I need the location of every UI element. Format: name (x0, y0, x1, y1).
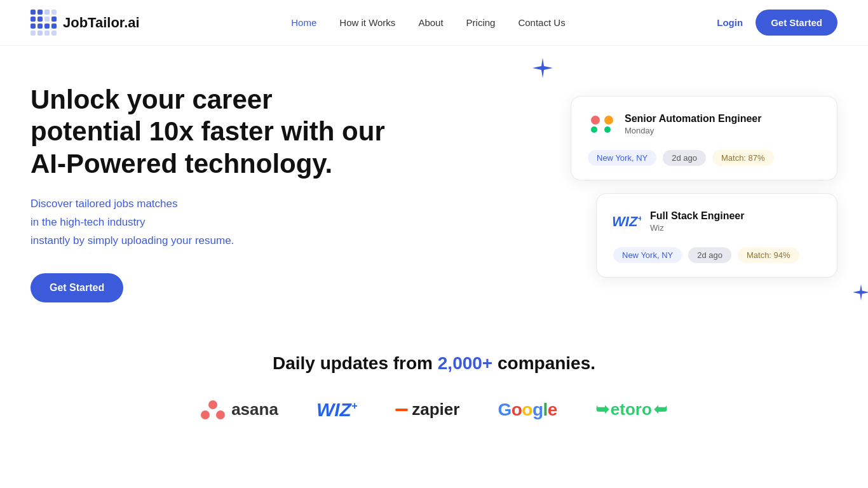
hero-subtitle: Discover tailored jobs matches in the hi… (31, 195, 386, 250)
subtitle-line2: in the high-tech industry (31, 216, 146, 228)
google-logo: Google (498, 400, 557, 420)
nav-pricing[interactable]: Pricing (466, 17, 496, 28)
hero-cta-button[interactable]: Get Started (31, 273, 123, 302)
wiz-brand-logo: WIZ+ (316, 399, 357, 421)
nav-how-it-works[interactable]: How it Works (339, 17, 395, 28)
company-logos-row: asana WIZ+ zapier Google ➥ etoro ➥ (31, 399, 837, 421)
monday-logo (588, 111, 616, 139)
nav-home[interactable]: Home (291, 17, 316, 28)
job-card-1-company: Monday (625, 126, 761, 135)
subtitle-line3: instantly by simply uploading your resum… (31, 234, 234, 247)
job-card-2-header: WIZ+ Full Stack Engineer Wiz (613, 208, 820, 236)
companies-section: Daily updates from 2,000+ companies. asa… (0, 328, 868, 452)
google-o1: o (512, 400, 522, 419)
star-decoration-1 (532, 58, 553, 81)
companies-title-prefix: Daily updates from (273, 353, 438, 373)
nav-actions: Login Get Started (717, 10, 837, 36)
zapier-line-icon (395, 409, 408, 411)
wiz-plus-icon: + (351, 400, 357, 412)
job-card-2-title: Full Stack Engineer (650, 210, 744, 222)
job-card-2-company: Wiz (650, 223, 744, 233)
star-decoration-2 (853, 284, 868, 303)
job-card-2-tags: New York, NY 2d ago Match: 94% (613, 247, 820, 263)
zapier-text: zapier (412, 400, 459, 419)
wiz-brand-text: WIZ (316, 399, 351, 421)
google-g: G (498, 400, 511, 419)
google-o2: o (522, 400, 532, 419)
hero-right: Senior Automation Engineer Monday New Yo… (571, 96, 837, 290)
nav-links: Home How it Works About Pricing Contact … (291, 17, 565, 28)
job-card-1-match: Match: 87% (712, 150, 774, 166)
job-card-1-header: Senior Automation Engineer Monday (588, 111, 820, 139)
etoro-leaf-right: ➥ (653, 400, 667, 419)
job-card-2-time: 2d ago (688, 247, 731, 263)
etoro-leaf-left: ➥ (595, 400, 609, 419)
nav-about[interactable]: About (418, 17, 443, 28)
navbar: JobTailor.ai Home How it Works About Pri… (0, 0, 868, 46)
google-e: e (548, 400, 557, 419)
asana-text: asana (231, 400, 278, 419)
asana-icon (201, 400, 225, 419)
companies-title: Daily updates from 2,000+ companies. (31, 353, 837, 374)
hero-left: Unlock your career potential 10x faster … (31, 84, 386, 302)
job-card-2: WIZ+ Full Stack Engineer Wiz New York, N… (596, 193, 837, 278)
etoro-text: etoro (611, 400, 652, 419)
job-card-2-info: Full Stack Engineer Wiz (650, 210, 744, 233)
subtitle-line1: Discover tailored jobs matches (31, 198, 177, 210)
etoro-logo: ➥ etoro ➥ (595, 400, 667, 419)
asana-logo: asana (201, 400, 278, 419)
job-card-1-info: Senior Automation Engineer Monday (625, 113, 761, 135)
job-card-1-title: Senior Automation Engineer (625, 113, 761, 125)
job-card-1-tags: New York, NY 2d ago Match: 87% (588, 150, 820, 166)
get-started-nav-button[interactable]: Get Started (756, 10, 837, 36)
google-g2: g (532, 400, 543, 419)
job-card-2-match: Match: 94% (738, 247, 799, 263)
logo-icon (31, 10, 57, 36)
wiz-logo: WIZ+ (613, 208, 641, 236)
nav-contact[interactable]: Contact Us (518, 17, 565, 28)
login-button[interactable]: Login (717, 17, 743, 28)
job-card-1-time: 2d ago (663, 150, 706, 166)
logo-text: JobTailor.ai (63, 15, 140, 31)
logo[interactable]: JobTailor.ai (31, 10, 140, 36)
companies-count: 2,000+ (438, 353, 492, 373)
google-l: l (543, 400, 547, 419)
job-card-2-location: New York, NY (613, 247, 682, 263)
companies-title-suffix: companies. (492, 353, 595, 373)
job-card-1-location: New York, NY (588, 150, 656, 166)
hero-section: Unlock your career potential 10x faster … (0, 46, 868, 328)
job-card-1: Senior Automation Engineer Monday New Yo… (571, 96, 837, 180)
hero-title: Unlock your career potential 10x faster … (31, 84, 386, 180)
zapier-logo: zapier (395, 400, 459, 419)
